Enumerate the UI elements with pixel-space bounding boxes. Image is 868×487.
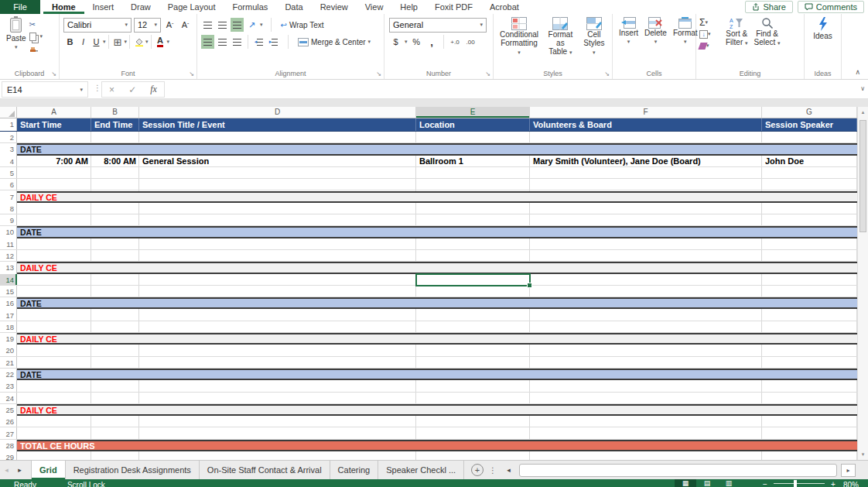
hscroll-right-arrow[interactable]: ▸ [841,464,856,477]
row-header-27[interactable]: 27 [0,428,17,439]
sheet-tab-registration-desk-assignments[interactable]: Registration Desk Assignments [66,461,200,479]
collapse-ribbon-button[interactable]: ∧ [855,68,860,76]
scroll-up-arrow[interactable]: ▴ [858,107,868,118]
column-header-D[interactable]: D [139,107,416,118]
orientation-button[interactable]: ↗ [245,18,258,32]
row-header-21[interactable]: 21 [0,357,17,368]
accounting-format-button[interactable]: $ [389,35,402,49]
sheet-tab-on-site-staff-contact-arrival[interactable]: On-Site Staff Contact & Arrival [200,461,330,479]
sheet-nav-left[interactable]: ◂ [0,461,13,479]
row-header-18[interactable]: 18 [0,321,17,332]
conditional-formatting-button[interactable]: Conditional Formatting ▾ [497,16,542,57]
row-header-29[interactable]: 29 [0,451,17,460]
row-header-3[interactable]: 3 [0,143,17,155]
fill-button[interactable]: ↓▾ [699,29,723,39]
cell-B4[interactable]: 8:00 AM [91,156,139,166]
row-header-4[interactable]: 4 [0,156,17,166]
header-cell-B1[interactable]: End Time [91,118,139,131]
ideas-button[interactable]: Ideas [810,16,835,41]
increase-decimal-button[interactable]: +.0 [449,35,462,49]
section-date-row-16[interactable]: DATE [17,297,857,309]
ribbon-tab-view[interactable]: View [357,0,392,14]
row-header-23[interactable]: 23 [0,380,17,391]
comma-style-button[interactable]: , [425,35,439,49]
row-header-19[interactable]: 19 [0,333,17,345]
borders-button[interactable]: ⊞ [111,35,125,49]
sheet-tab-catering[interactable]: Catering [330,461,379,479]
underline-dropdown[interactable]: ▾ [103,39,106,45]
font-size-combo[interactable]: 12▾ [134,18,161,33]
font-name-combo[interactable]: Calibri▾ [63,18,132,33]
section-daily-ce-row-19[interactable]: DAILY CE [17,333,857,345]
number-format-combo[interactable]: General▾ [389,18,487,33]
row-header-13[interactable]: 13 [0,262,17,273]
section-total-ce-hours-row-28[interactable]: TOTAL CE HOURS [17,440,857,451]
ribbon-tab-draw[interactable]: Draw [122,0,159,14]
hscroll-left-arrow[interactable]: ◂ [502,461,515,479]
column-header-G[interactable]: G [762,107,857,118]
cut-button[interactable]: ✂ [29,19,43,29]
column-header-F[interactable]: F [530,107,762,118]
comments-button[interactable]: Comments [798,1,864,13]
ribbon-tab-formulas[interactable]: Formulas [224,0,277,14]
row-header-22[interactable]: 22 [0,369,17,380]
accounting-dropdown[interactable]: ▾ [405,39,408,45]
active-cell-E14[interactable] [415,273,531,286]
percent-style-button[interactable]: % [410,35,423,49]
zoom-out-button[interactable]: − [763,480,767,487]
insert-cells-button[interactable]: Insert ▾ [616,16,641,46]
cell-E4[interactable]: Ballroom 1 [416,156,530,166]
row-header-8[interactable]: 8 [0,203,17,214]
decrease-indent-button[interactable]: ◂ [252,35,265,49]
sheet-nav-right[interactable]: ▸ [13,461,26,479]
sheet-tab-speaker-checkl[interactable]: Speaker Checkl ... [378,461,464,479]
horizontal-scrollbar-thumb[interactable] [519,464,837,477]
cell-A4[interactable]: 7:00 AM [17,156,91,166]
top-align-button[interactable] [201,18,214,32]
new-sheet-button[interactable]: + [471,464,484,476]
copy-button[interactable]: ▾ [29,31,43,42]
grow-font-button[interactable]: Aˆ [163,18,176,32]
row-header-2[interactable]: 2 [0,132,17,142]
cell-F4[interactable]: Mary Smith (Volunteer), Jane Doe (Board) [530,156,762,166]
wrap-text-button[interactable]: ↩ Wrap Text [279,18,326,32]
align-center-button[interactable] [216,35,229,49]
row-header-17[interactable]: 17 [0,310,17,321]
header-cell-G1[interactable]: Session Speaker [762,118,857,131]
font-dialog-launcher[interactable]: ↘ [189,70,194,77]
row-header-12[interactable]: 12 [0,250,17,261]
row-header-28[interactable]: 28 [0,440,17,451]
clipboard-dialog-launcher[interactable]: ↘ [51,70,56,77]
select-all-corner[interactable] [0,107,17,118]
format-painter-button[interactable] [29,43,43,54]
borders-dropdown[interactable]: ▾ [125,39,128,45]
section-daily-ce-row-7[interactable]: DAILY CE [17,191,857,203]
row-header-16[interactable]: 16 [0,297,17,309]
bottom-align-button[interactable] [231,18,244,32]
row-header-20[interactable]: 20 [0,345,17,355]
header-cell-D1[interactable]: Session Title / Event [139,118,416,131]
number-dialog-launcher[interactable]: ↘ [485,70,490,77]
row-header-6[interactable]: 6 [0,179,17,190]
increase-indent-button[interactable]: ▸ [267,35,280,49]
paste-button[interactable]: Paste ▾ [3,16,29,54]
vertical-scrollbar-thumb[interactable] [859,120,866,232]
align-left-button[interactable] [201,35,214,49]
align-right-button[interactable] [231,35,244,49]
sort-filter-button[interactable]: AZ Sort & Filter ▾ [723,16,751,51]
formula-input[interactable] [166,81,856,98]
zoom-slider-handle[interactable] [794,480,797,487]
fill-color-dropdown[interactable]: ▾ [145,39,149,45]
cell-styles-button[interactable]: Cell Styles ▾ [579,16,609,57]
italic-button[interactable]: I [77,35,90,49]
decrease-decimal-button[interactable]: .00 [464,35,477,49]
row-header-14[interactable]: 14 [0,274,17,285]
orientation-dropdown[interactable]: ▾ [260,22,263,28]
find-select-button[interactable]: Find & Select ▾ [751,16,784,51]
ribbon-tab-page-layout[interactable]: Page Layout [159,0,224,14]
ribbon-tab-data[interactable]: Data [276,0,311,14]
row-header-26[interactable]: 26 [0,416,17,427]
row-header-7[interactable]: 7 [0,191,17,203]
section-date-row-3[interactable]: DATE [17,143,857,155]
section-date-row-10[interactable]: DATE [17,226,857,238]
